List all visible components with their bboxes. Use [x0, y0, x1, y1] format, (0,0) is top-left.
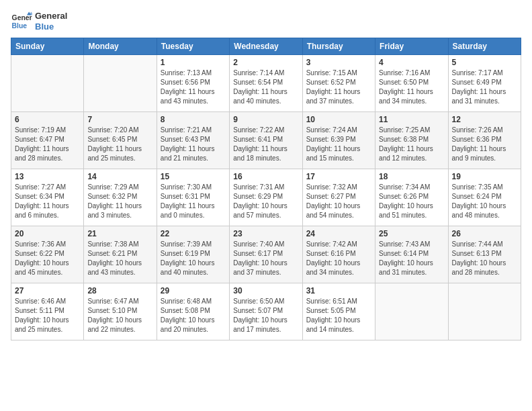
day-info: Sunrise: 6:46 AM Sunset: 5:11 PM Dayligh… [15, 297, 80, 334]
day-number: 20 [15, 229, 80, 238]
day-number: 9 [233, 115, 298, 124]
calendar-cell [375, 283, 448, 340]
day-number: 3 [306, 58, 371, 67]
day-info: Sunrise: 6:51 AM Sunset: 5:05 PM Dayligh… [306, 297, 371, 334]
day-info: Sunrise: 7:30 AM Sunset: 6:31 PM Dayligh… [161, 183, 226, 220]
calendar-cell: 29Sunrise: 6:48 AM Sunset: 5:08 PM Dayli… [157, 283, 229, 340]
calendar-cell: 22Sunrise: 7:39 AM Sunset: 6:19 PM Dayli… [157, 226, 229, 283]
day-number: 13 [15, 172, 80, 181]
day-info: Sunrise: 7:15 AM Sunset: 6:52 PM Dayligh… [306, 68, 371, 106]
day-info: Sunrise: 7:32 AM Sunset: 6:27 PM Dayligh… [306, 183, 371, 220]
day-number: 22 [161, 229, 226, 238]
day-info: Sunrise: 7:42 AM Sunset: 6:16 PM Dayligh… [306, 240, 371, 277]
calendar-cell: 16Sunrise: 7:31 AM Sunset: 6:29 PM Dayli… [230, 169, 302, 226]
calendar-cell: 26Sunrise: 7:44 AM Sunset: 6:13 PM Dayli… [448, 226, 521, 283]
day-number: 27 [15, 286, 80, 295]
day-number: 24 [306, 229, 371, 238]
day-info: Sunrise: 7:26 AM Sunset: 6:36 PM Dayligh… [452, 126, 517, 163]
day-number: 7 [87, 115, 152, 124]
day-info: Sunrise: 7:35 AM Sunset: 6:24 PM Dayligh… [452, 183, 517, 220]
day-of-week-header: Tuesday [157, 38, 229, 55]
calendar-cell: 12Sunrise: 7:26 AM Sunset: 6:36 PM Dayli… [448, 112, 521, 169]
calendar-cell: 28Sunrise: 6:47 AM Sunset: 5:10 PM Dayli… [84, 283, 157, 340]
calendar-cell: 14Sunrise: 7:29 AM Sunset: 6:32 PM Dayli… [84, 169, 157, 226]
calendar-cell: 31Sunrise: 6:51 AM Sunset: 5:05 PM Dayli… [302, 283, 375, 340]
day-info: Sunrise: 7:19 AM Sunset: 6:47 PM Dayligh… [15, 126, 80, 163]
calendar-cell: 8Sunrise: 7:21 AM Sunset: 6:43 PM Daylig… [157, 112, 229, 169]
day-number: 25 [379, 229, 444, 238]
day-info: Sunrise: 7:20 AM Sunset: 6:45 PM Dayligh… [87, 126, 152, 163]
calendar-cell: 23Sunrise: 7:40 AM Sunset: 6:17 PM Dayli… [230, 226, 302, 283]
calendar-cell [11, 55, 84, 112]
day-info: Sunrise: 7:16 AM Sunset: 6:50 PM Dayligh… [379, 68, 444, 106]
day-info: Sunrise: 7:38 AM Sunset: 6:21 PM Dayligh… [87, 240, 152, 277]
day-of-week-header: Saturday [448, 38, 521, 55]
svg-text:General: General [12, 14, 32, 21]
logo-general: General [35, 11, 67, 21]
day-number: 19 [452, 172, 517, 181]
day-number: 15 [161, 172, 226, 181]
day-number: 16 [233, 172, 298, 181]
day-number: 10 [306, 115, 371, 124]
day-of-week-header: Friday [375, 38, 448, 55]
calendar-cell: 1Sunrise: 7:13 AM Sunset: 6:56 PM Daylig… [157, 55, 229, 112]
day-info: Sunrise: 7:34 AM Sunset: 6:26 PM Dayligh… [379, 183, 444, 220]
day-number: 29 [161, 286, 226, 295]
day-info: Sunrise: 7:24 AM Sunset: 6:39 PM Dayligh… [306, 126, 371, 163]
day-info: Sunrise: 7:21 AM Sunset: 6:43 PM Dayligh… [161, 126, 226, 163]
calendar-cell: 11Sunrise: 7:25 AM Sunset: 6:38 PM Dayli… [375, 112, 448, 169]
day-info: Sunrise: 7:22 AM Sunset: 6:41 PM Dayligh… [233, 126, 298, 163]
calendar-cell: 30Sunrise: 6:50 AM Sunset: 5:07 PM Dayli… [230, 283, 302, 340]
day-info: Sunrise: 7:31 AM Sunset: 6:29 PM Dayligh… [233, 183, 298, 220]
day-of-week-header: Thursday [302, 38, 375, 55]
day-info: Sunrise: 7:27 AM Sunset: 6:34 PM Dayligh… [15, 183, 80, 220]
calendar-cell: 7Sunrise: 7:20 AM Sunset: 6:45 PM Daylig… [84, 112, 157, 169]
calendar-cell: 2Sunrise: 7:14 AM Sunset: 6:54 PM Daylig… [230, 55, 302, 112]
day-info: Sunrise: 7:44 AM Sunset: 6:13 PM Dayligh… [452, 240, 517, 277]
day-number: 5 [452, 58, 517, 67]
calendar-cell: 20Sunrise: 7:36 AM Sunset: 6:22 PM Dayli… [11, 226, 84, 283]
day-info: Sunrise: 7:25 AM Sunset: 6:38 PM Dayligh… [379, 126, 444, 163]
day-number: 28 [87, 286, 152, 295]
day-number: 23 [233, 229, 298, 238]
svg-text:Blue: Blue [12, 22, 28, 30]
day-number: 18 [379, 172, 444, 181]
day-info: Sunrise: 7:43 AM Sunset: 6:14 PM Dayligh… [379, 240, 444, 277]
day-info: Sunrise: 7:36 AM Sunset: 6:22 PM Dayligh… [15, 240, 80, 277]
calendar-cell: 19Sunrise: 7:35 AM Sunset: 6:24 PM Dayli… [448, 169, 521, 226]
day-of-week-header: Sunday [11, 38, 84, 55]
calendar-cell: 4Sunrise: 7:16 AM Sunset: 6:50 PM Daylig… [375, 55, 448, 112]
day-info: Sunrise: 7:14 AM Sunset: 6:54 PM Dayligh… [233, 68, 298, 106]
day-number: 21 [87, 229, 152, 238]
day-number: 17 [306, 172, 371, 181]
calendar-cell: 18Sunrise: 7:34 AM Sunset: 6:26 PM Dayli… [375, 169, 448, 226]
day-number: 1 [161, 58, 226, 67]
calendar-cell: 17Sunrise: 7:32 AM Sunset: 6:27 PM Dayli… [302, 169, 375, 226]
calendar-cell: 9Sunrise: 7:22 AM Sunset: 6:41 PM Daylig… [230, 112, 302, 169]
day-number: 12 [452, 115, 517, 124]
calendar-cell: 24Sunrise: 7:42 AM Sunset: 6:16 PM Dayli… [302, 226, 375, 283]
calendar-cell: 15Sunrise: 7:30 AM Sunset: 6:31 PM Dayli… [157, 169, 229, 226]
day-number: 11 [379, 115, 444, 124]
day-info: Sunrise: 7:39 AM Sunset: 6:19 PM Dayligh… [161, 240, 226, 277]
calendar-cell: 6Sunrise: 7:19 AM Sunset: 6:47 PM Daylig… [11, 112, 84, 169]
calendar-cell: 25Sunrise: 7:43 AM Sunset: 6:14 PM Dayli… [375, 226, 448, 283]
calendar-cell [84, 55, 157, 112]
logo-blue: Blue [35, 21, 67, 32]
day-number: 31 [306, 286, 371, 295]
calendar-cell: 21Sunrise: 7:38 AM Sunset: 6:21 PM Dayli… [84, 226, 157, 283]
day-info: Sunrise: 6:48 AM Sunset: 5:08 PM Dayligh… [161, 297, 226, 334]
day-number: 8 [161, 115, 226, 124]
calendar-cell: 3Sunrise: 7:15 AM Sunset: 6:52 PM Daylig… [302, 55, 375, 112]
day-number: 6 [15, 115, 80, 124]
day-info: Sunrise: 7:29 AM Sunset: 6:32 PM Dayligh… [87, 183, 152, 220]
calendar-cell: 10Sunrise: 7:24 AM Sunset: 6:39 PM Dayli… [302, 112, 375, 169]
day-info: Sunrise: 7:13 AM Sunset: 6:56 PM Dayligh… [161, 68, 226, 106]
day-info: Sunrise: 6:47 AM Sunset: 5:10 PM Dayligh… [87, 297, 152, 334]
calendar-cell: 5Sunrise: 7:17 AM Sunset: 6:49 PM Daylig… [448, 55, 521, 112]
day-of-week-header: Wednesday [230, 38, 302, 55]
calendar-cell: 27Sunrise: 6:46 AM Sunset: 5:11 PM Dayli… [11, 283, 84, 340]
day-info: Sunrise: 7:40 AM Sunset: 6:17 PM Dayligh… [233, 240, 298, 277]
day-of-week-header: Monday [84, 38, 157, 55]
day-number: 14 [87, 172, 152, 181]
